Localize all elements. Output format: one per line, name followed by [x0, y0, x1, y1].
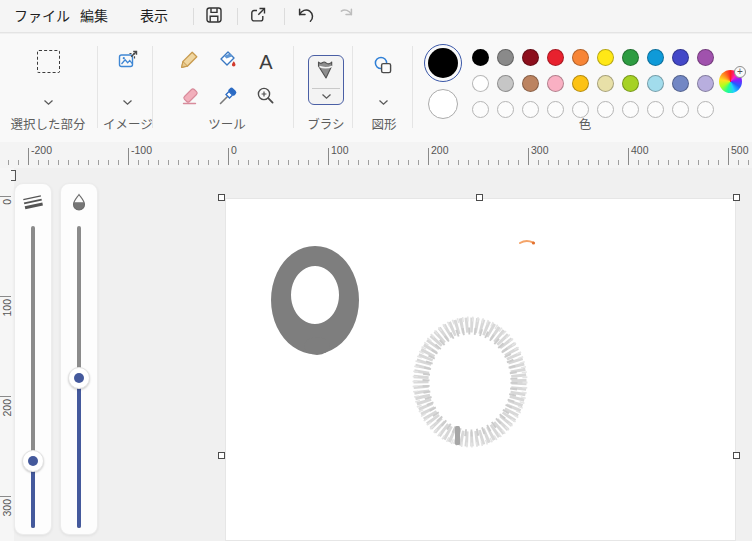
ruler-tick [308, 160, 309, 165]
chevron-down-icon[interactable] [43, 92, 54, 110]
selection-handle-top-right[interactable] [733, 194, 740, 201]
selection-handle-middle-right[interactable] [733, 452, 740, 459]
color-swatch[interactable] [472, 75, 489, 92]
color-swatch[interactable] [622, 49, 639, 66]
slider-thumb-dot [74, 373, 84, 383]
image-tool-button[interactable] [116, 50, 140, 74]
selection-tool-button[interactable] [36, 49, 60, 73]
save-button[interactable] [200, 4, 228, 30]
empty-color-swatch[interactable] [622, 101, 639, 118]
ruler-tick [298, 160, 299, 165]
selection-handle-top-left[interactable] [218, 194, 225, 201]
ruler-tick [718, 160, 719, 165]
undo-button[interactable] [291, 4, 319, 30]
ruler-tick [528, 148, 529, 165]
color-swatch[interactable] [622, 75, 639, 92]
color-swatch[interactable] [572, 75, 589, 92]
slider-thumb-dot [28, 456, 38, 466]
empty-color-swatch[interactable] [647, 101, 664, 118]
color-swatch[interactable] [522, 75, 539, 92]
ruler-tick [328, 148, 329, 165]
canvas-artwork [226, 199, 737, 541]
pencil-tool-button[interactable] [178, 50, 202, 74]
eraser-tool-button[interactable] [178, 86, 202, 110]
empty-color-swatch[interactable] [697, 101, 714, 118]
workspace: 0100200300 [0, 168, 752, 541]
color-swatch[interactable] [522, 49, 539, 66]
selection-handle-top-center[interactable] [476, 194, 483, 201]
ruler-tick [728, 148, 729, 165]
magnifier-plus-icon [255, 85, 277, 111]
ruler-tick [618, 160, 619, 165]
chevron-down-icon[interactable] [378, 92, 389, 110]
ruler-tick [118, 160, 119, 165]
ruler-tick [408, 160, 409, 165]
color-swatch[interactable] [697, 49, 714, 66]
menu-view[interactable]: 表示 [136, 0, 172, 33]
color-swatch[interactable] [547, 75, 564, 92]
ruler-tick [358, 160, 359, 165]
eyedropper-icon [217, 85, 239, 111]
paint-window: ファイル 編集 表示 [0, 0, 752, 541]
ruler-label: 300 [1, 499, 13, 517]
color-swatch[interactable] [697, 75, 714, 92]
menubar-separator [193, 8, 194, 25]
drawing-canvas[interactable] [225, 198, 736, 541]
color-swatch[interactable] [497, 75, 514, 92]
fill-tool-button[interactable] [216, 50, 240, 74]
selection-handle-middle-left[interactable] [218, 452, 225, 459]
opacity-slider-thumb[interactable] [68, 367, 90, 389]
ruler-tick [708, 160, 709, 165]
brush-tool-button[interactable] [308, 55, 344, 105]
ruler-tick [738, 160, 739, 165]
undo-icon [295, 5, 315, 29]
ruler-tick [338, 160, 339, 165]
stroke-width-slider-thumb[interactable] [22, 450, 44, 472]
ruler-tick [578, 160, 579, 165]
toolbar-separator [293, 46, 294, 128]
text-tool-button[interactable]: A [254, 50, 278, 74]
foreground-color-swatch[interactable] [428, 48, 458, 78]
ruler-label: 200 [431, 144, 449, 156]
horizontal-ruler: -200-1000100200300400500 [0, 142, 752, 168]
ruler-tick [228, 148, 229, 165]
color-swatch[interactable] [672, 75, 689, 92]
ruler-tick [108, 160, 109, 165]
ruler-tick [148, 160, 149, 165]
ruler-tick [488, 160, 489, 165]
chevron-down-icon[interactable] [122, 92, 133, 110]
color-swatch[interactable] [647, 75, 664, 92]
color-swatch[interactable] [472, 49, 489, 66]
color-swatch[interactable] [647, 49, 664, 66]
add-color-icon[interactable]: + [734, 66, 746, 78]
color-swatch[interactable] [497, 49, 514, 66]
magnifier-tool-button[interactable] [254, 86, 278, 110]
redo-button[interactable] [332, 4, 360, 30]
share-button[interactable] [244, 4, 272, 30]
ruler-tick [378, 160, 379, 165]
color-swatch[interactable] [572, 49, 589, 66]
ruler-tick [168, 160, 169, 165]
color-swatch[interactable] [597, 49, 614, 66]
ruler-label: -100 [131, 144, 152, 156]
eyedropper-tool-button[interactable] [216, 86, 240, 110]
save-icon [204, 5, 224, 29]
color-swatch[interactable] [597, 75, 614, 92]
image-icon [117, 49, 139, 75]
shapes-tool-button[interactable] [372, 56, 396, 80]
empty-color-swatch[interactable] [497, 101, 514, 118]
ruler-tick [88, 160, 89, 165]
brush-dropdown[interactable] [309, 89, 343, 104]
stroke-width-icon [15, 190, 51, 214]
empty-color-swatch[interactable] [522, 101, 539, 118]
ruler-tick [388, 160, 389, 165]
ruler-tick [98, 160, 99, 165]
background-color-swatch[interactable] [428, 89, 458, 119]
color-swatch[interactable] [672, 49, 689, 66]
empty-color-swatch[interactable] [472, 101, 489, 118]
menu-file[interactable]: ファイル [10, 0, 74, 33]
color-swatch[interactable] [547, 49, 564, 66]
menu-edit[interactable]: 編集 [76, 0, 112, 33]
empty-color-swatch[interactable] [672, 101, 689, 118]
tools-group-label: ツール [180, 114, 274, 133]
